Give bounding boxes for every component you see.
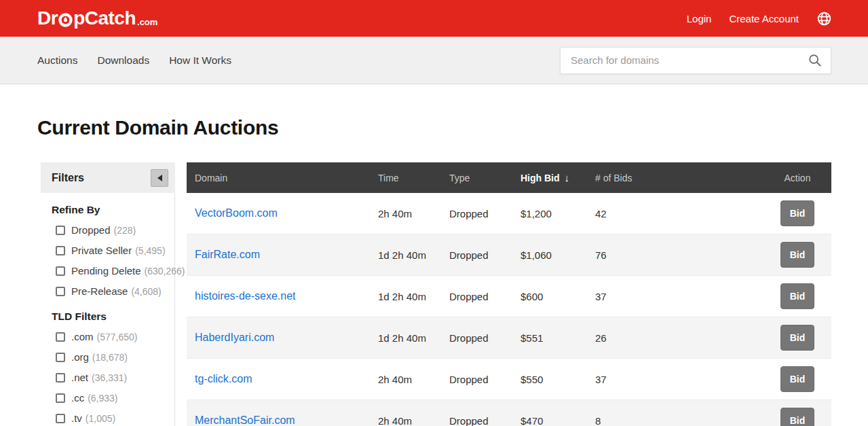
filter-option[interactable]: Pre-Release (4,608) xyxy=(56,285,169,297)
cell-time: 1d 2h 40m xyxy=(370,249,441,261)
column-header-domain[interactable]: Domain xyxy=(187,173,370,183)
column-header-high-bid[interactable]: High Bid↓ xyxy=(512,172,587,183)
checkbox-icon[interactable] xyxy=(56,266,65,276)
filter-section-tld: TLD Filters .com (577,650) .org xyxy=(52,310,169,424)
cell-action: Bid xyxy=(763,200,831,226)
domain-link[interactable]: histoires-de-sexe.net xyxy=(195,290,296,302)
filter-option[interactable]: Pending Delete (630,266) xyxy=(56,265,169,277)
filter-option[interactable]: Private Seller (5,495) xyxy=(56,245,169,256)
cell-action: Bid xyxy=(763,366,831,392)
cell-high-bid: $470 xyxy=(512,415,587,426)
collapse-filters-button[interactable] xyxy=(151,169,168,187)
domain-search xyxy=(560,47,831,74)
nav-item-auctions[interactable]: Auctions xyxy=(37,54,77,67)
filters-header: Filters xyxy=(41,162,175,193)
login-link[interactable]: Login xyxy=(687,13,712,24)
filter-option-count: (1,005) xyxy=(86,413,115,424)
checkbox-icon[interactable] xyxy=(56,373,65,383)
domain-link[interactable]: FairRate.com xyxy=(195,249,260,260)
cell-domain: tg-click.com xyxy=(187,373,370,385)
filter-option-label: .tv xyxy=(71,412,82,424)
filter-option-label: Pending Delete xyxy=(71,265,141,277)
cell-type: Dropped xyxy=(441,332,512,344)
cell-action: Bid xyxy=(763,242,831,268)
bid-button[interactable]: Bid xyxy=(780,366,814,392)
filter-option-label: .cc xyxy=(71,392,84,404)
bid-button[interactable]: Bid xyxy=(780,242,814,268)
logo-text-prefix: Dr xyxy=(37,7,58,29)
filter-option[interactable]: .cc (6,933) xyxy=(56,392,169,404)
auction-row: FairRate.com 1d 2h 40m Dropped $1,060 76… xyxy=(187,234,831,276)
domain-link[interactable]: tg-click.com xyxy=(195,373,252,385)
nav-item-downloads[interactable]: Downloads xyxy=(97,54,149,67)
droplet-o-icon xyxy=(58,13,73,27)
column-header-type[interactable]: Type xyxy=(441,173,512,183)
cell-num-bids: 37 xyxy=(587,291,763,302)
filter-option[interactable]: .net (36,331) xyxy=(56,372,169,383)
column-header-time[interactable]: Time xyxy=(370,173,441,183)
cell-action: Bid xyxy=(763,408,831,426)
filters-title: Filters xyxy=(52,172,84,184)
search-icon[interactable] xyxy=(808,53,823,68)
filter-option-count: (6,933) xyxy=(88,393,117,404)
checkbox-icon[interactable] xyxy=(56,393,65,403)
bid-button[interactable]: Bid xyxy=(780,283,814,309)
bid-button[interactable]: Bid xyxy=(780,325,814,351)
tld-filter-options: .com (577,650) .org (18,678) xyxy=(52,331,169,424)
auctions-table: Domain Time Type High Bid↓ # of Bids Act… xyxy=(187,162,831,426)
checkbox-icon[interactable] xyxy=(56,414,65,423)
cell-num-bids: 8 xyxy=(587,415,763,426)
cell-type: Dropped xyxy=(441,374,512,385)
cell-num-bids: 42 xyxy=(587,208,763,219)
bid-button[interactable]: Bid xyxy=(780,200,814,226)
globe-icon[interactable] xyxy=(816,11,832,26)
topbar-actions: Login Create Account xyxy=(687,11,832,26)
cell-action: Bid xyxy=(763,283,831,309)
table-body: VectorBoom.com 2h 40m Dropped $1,200 42 … xyxy=(187,193,831,426)
auction-row: HaberdIyari.com 1d 2h 40m Dropped $551 2… xyxy=(187,317,831,359)
filter-option[interactable]: Dropped (228) xyxy=(56,224,169,236)
nav-links: Auctions Downloads How It Works xyxy=(37,54,231,67)
filter-option-label: .com xyxy=(71,331,94,342)
create-account-link[interactable]: Create Account xyxy=(729,13,799,24)
checkbox-icon[interactable] xyxy=(56,246,65,255)
filter-section-heading: Refine By xyxy=(52,204,169,216)
auction-row: histoires-de-sexe.net 1d 2h 40m Dropped … xyxy=(187,276,831,317)
cell-time: 2h 40m xyxy=(370,415,441,426)
auction-row: MerchantSoFair.com 2h 40m Dropped $470 8… xyxy=(187,400,831,426)
checkbox-icon[interactable] xyxy=(56,287,65,296)
filter-option[interactable]: .tv (1,005) xyxy=(56,412,169,424)
cell-time: 1d 2h 40m xyxy=(370,332,441,344)
bid-button[interactable]: Bid xyxy=(780,408,814,426)
refine-by-options: Dropped (228) Private Seller (5,495) xyxy=(52,224,169,297)
page-title: Current Domain Auctions xyxy=(37,116,868,139)
checkbox-icon[interactable] xyxy=(56,226,65,235)
filter-option-label: Dropped xyxy=(71,224,111,236)
filter-option[interactable]: .com (577,650) xyxy=(56,331,169,342)
cell-high-bid: $551 xyxy=(512,332,587,344)
filter-option-label: .net xyxy=(71,372,88,383)
nav-item-how-it-works[interactable]: How It Works xyxy=(169,54,231,67)
content-layout: Filters Refine By Dropped (228) xyxy=(0,162,868,426)
filter-option-label: .org xyxy=(71,351,89,363)
filter-option-label: Private Seller xyxy=(71,245,132,256)
filter-option-count: (577,650) xyxy=(97,332,138,342)
logo-text-suffix: pCatch xyxy=(73,7,136,29)
search-input[interactable] xyxy=(560,47,831,74)
domain-link[interactable]: MerchantSoFair.com xyxy=(195,414,295,426)
filter-option[interactable]: .org (18,678) xyxy=(56,351,169,363)
sort-descending-icon: ↓ xyxy=(565,172,570,183)
checkbox-icon[interactable] xyxy=(56,353,65,362)
main-nav: Auctions Downloads How It Works xyxy=(0,37,868,84)
cell-time: 1d 2h 40m xyxy=(370,291,441,302)
checkbox-icon[interactable] xyxy=(56,332,65,342)
logo[interactable]: Dr pCatch .com xyxy=(37,7,157,29)
auction-row: tg-click.com 2h 40m Dropped $550 37 Bid xyxy=(187,359,831,400)
column-header-num-bids[interactable]: # of Bids xyxy=(587,173,763,183)
cell-domain: HaberdIyari.com xyxy=(187,332,370,344)
domain-link[interactable]: HaberdIyari.com xyxy=(195,332,274,343)
cell-type: Dropped xyxy=(441,415,512,426)
cell-high-bid: $1,200 xyxy=(512,208,587,219)
cell-domain: histoires-de-sexe.net xyxy=(187,290,370,302)
domain-link[interactable]: VectorBoom.com xyxy=(195,207,278,219)
